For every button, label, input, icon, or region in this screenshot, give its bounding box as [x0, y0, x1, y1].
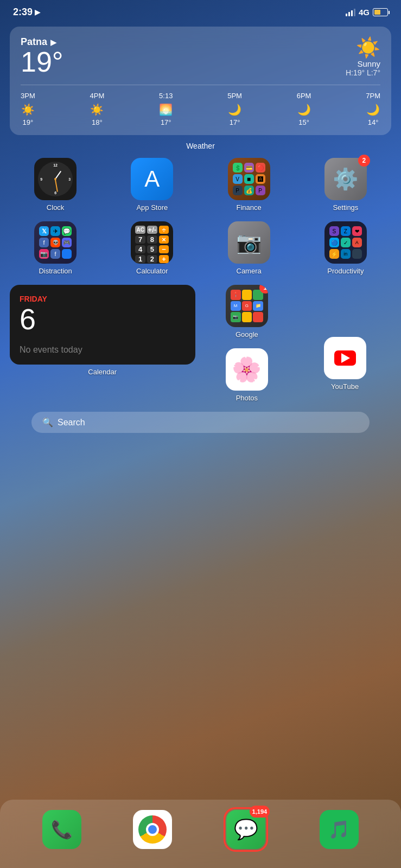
youtube-app-label: YouTube — [331, 382, 359, 391]
right-col-1: 1 📍 M G 📁 📷 Google — [201, 285, 294, 402]
search-icon: 🔍 — [42, 417, 53, 427]
calendar-no-events: No events today — [20, 345, 186, 355]
weather-icon-4: 🌙 — [227, 103, 242, 116]
chrome-icon[interactable] — [133, 810, 172, 849]
google-folder-label: Google — [235, 330, 258, 339]
weather-sun-icon: ☀️ — [346, 36, 380, 59]
weather-hourly: 3PM ☀️ 19° 4PM ☀️ 18° 5:13 🌅 17° 5PM 🌙 1… — [21, 85, 380, 126]
search-label: Search — [58, 418, 85, 427]
calendar-label: Calendar — [10, 368, 195, 376]
calendar-day: FRIDAY — [20, 295, 186, 303]
messages-icon[interactable]: 💬 1,194 — [226, 810, 265, 849]
status-left: 2:39 ▶ — [13, 7, 40, 18]
google-folder-item[interactable]: 1 📍 M G 📁 📷 Google — [201, 285, 294, 339]
camera-emoji-icon: 📷 — [236, 231, 262, 254]
youtube-play-button — [334, 350, 356, 366]
appstore-app-item[interactable]: A App Store — [106, 158, 198, 212]
weather-temp: 19° — [21, 48, 63, 76]
calculator-app-label: Calculator — [136, 267, 168, 275]
productivity-folder-icon[interactable]: S Z ❤ 🔵 ✓ A ⚡ in — [324, 221, 367, 264]
weather-widget[interactable]: Patna ▶ 19° ☀️ Sunny H:19° L:7° 3PM ☀️ 1… — [10, 27, 391, 135]
wide-row: FRIDAY 6 No events today Calendar 1 📍 M … — [10, 285, 391, 402]
camera-icon[interactable]: 📷 — [228, 221, 270, 264]
clock-icon[interactable]: 12 3 6 9 — [34, 158, 77, 200]
google-folder-icon[interactable]: 1 📍 M G 📁 📷 — [226, 285, 268, 327]
spotify-note-icon: 🎵 — [328, 819, 350, 840]
weather-top: Patna ▶ 19° ☀️ Sunny H:19° L:7° — [21, 36, 380, 77]
clock-center-dot — [54, 178, 56, 180]
signal-bars — [346, 9, 355, 16]
battery-icon — [373, 8, 388, 16]
calculator-app-item[interactable]: AC +/- ÷ 7 8 × 4 5 − 1 2 + Calculator — [106, 221, 198, 275]
calendar-date: 6 — [20, 303, 186, 335]
messages-bubble-icon: 💬 — [234, 818, 258, 841]
calc-grid: AC +/- ÷ 7 8 × 4 5 − 1 2 + — [131, 221, 173, 264]
messages-dock-item[interactable]: 💬 1,194 — [224, 807, 268, 852]
search-bar[interactable]: 🔍 Search — [31, 412, 370, 433]
photos-icon[interactable]: 🌸 — [226, 348, 268, 391]
weather-condition: Sunny — [346, 59, 380, 68]
weather-hour-5: 6PM 🌙 15° — [297, 92, 311, 126]
weather-location-arrow: ▶ — [50, 38, 56, 47]
weather-widget-label: Weather — [10, 142, 391, 150]
weather-icon-6: 🌙 — [366, 103, 380, 116]
clock-face: 12 3 6 9 — [38, 162, 73, 196]
weather-left: Patna ▶ 19° — [21, 36, 63, 77]
weather-hour-4: 5PM 🌙 17° — [227, 92, 242, 126]
weather-hour-1: 3PM ☀️ 19° — [21, 92, 35, 126]
chrome-circle — [138, 815, 167, 844]
appstore-icon[interactable]: A — [131, 158, 173, 200]
finance-folder-item[interactable]: 💲 💳 🔴 V ◼ 🅰 P 💰 P Finance — [203, 158, 295, 212]
camera-app-item[interactable]: 📷 Camera — [203, 221, 295, 275]
clock-app-label: Clock — [47, 203, 65, 212]
finance-folder-icon[interactable]: 💲 💳 🔴 V ◼ 🅰 P 💰 P — [228, 158, 270, 200]
calendar-widget-container: FRIDAY 6 No events today Calendar — [10, 285, 195, 402]
camera-app-label: Camera — [237, 267, 262, 275]
productivity-folder-item[interactable]: S Z ❤ 🔵 ✓ A ⚡ in Productivity — [300, 221, 391, 275]
appstore-app-label: App Store — [136, 203, 168, 212]
calculator-icon[interactable]: AC +/- ÷ 7 8 × 4 5 − 1 2 + — [131, 221, 173, 264]
weather-icon-5: 🌙 — [297, 103, 311, 116]
messages-badge: 1,194 — [250, 806, 270, 818]
youtube-icon[interactable] — [324, 337, 366, 379]
distraction-folder-item[interactable]: 𝕏 ✈ 💬 f 👽 🎮 📷 f Distraction — [10, 221, 101, 275]
photos-app-label: Photos — [236, 394, 258, 402]
photos-app-item[interactable]: 🌸 Photos — [201, 348, 294, 402]
settings-app-label: Settings — [333, 203, 358, 212]
battery-fill — [374, 10, 380, 15]
youtube-app-item[interactable]: YouTube — [298, 337, 391, 391]
settings-badge: 2 — [358, 155, 370, 167]
gear-icon: ⚙️ — [333, 167, 358, 191]
weather-hl: H:19° L:7° — [346, 68, 380, 77]
chrome-dock-item[interactable] — [133, 810, 172, 849]
settings-icon[interactable]: 2 ⚙️ — [324, 158, 367, 200]
settings-app-item[interactable]: 2 ⚙️ Settings — [300, 158, 391, 212]
home-screen-content: Patna ▶ 19° ☀️ Sunny H:19° L:7° 3PM ☀️ 1… — [0, 21, 401, 433]
spotify-icon[interactable]: 🎵 — [320, 810, 359, 849]
dock: 📞 💬 1,194 🎵 — [0, 800, 401, 868]
app-grid-row2: 𝕏 ✈ 💬 f 👽 🎮 📷 f Distraction AC +/- — [10, 221, 391, 275]
phone-icon[interactable]: 📞 — [42, 810, 81, 849]
calendar-widget[interactable]: FRIDAY 6 No events today — [10, 285, 195, 365]
weather-icon-2: ☀️ — [90, 103, 105, 116]
clock-minute-hand — [55, 179, 58, 192]
phone-dock-item[interactable]: 📞 — [42, 810, 81, 849]
location-arrow-icon: ▶ — [35, 8, 40, 16]
appstore-a-icon: A — [144, 166, 160, 192]
spotify-dock-item[interactable]: 🎵 — [320, 810, 359, 849]
right-col-2: YouTube — [298, 285, 391, 402]
distraction-folder-label: Distraction — [39, 267, 72, 275]
status-right: 4G — [346, 8, 388, 17]
phone-handset-icon: 📞 — [51, 819, 73, 840]
weather-hour-3: 5:13 🌅 17° — [159, 92, 173, 126]
weather-icon-3: 🌅 — [159, 103, 173, 116]
app-grid-row1: 12 3 6 9 Clock A App Store 💲 — [10, 158, 391, 212]
clock-app-item[interactable]: 12 3 6 9 Clock — [10, 158, 101, 212]
network-label: 4G — [359, 8, 370, 17]
weather-hour-6: 7PM 🌙 14° — [366, 92, 380, 126]
chrome-inner-circle — [146, 823, 159, 836]
distraction-folder-icon[interactable]: 𝕏 ✈ 💬 f 👽 🎮 📷 f — [34, 221, 77, 264]
time-label: 2:39 — [13, 7, 33, 18]
photos-flower-icon: 🌸 — [232, 355, 262, 384]
status-bar: 2:39 ▶ 4G — [0, 0, 401, 21]
